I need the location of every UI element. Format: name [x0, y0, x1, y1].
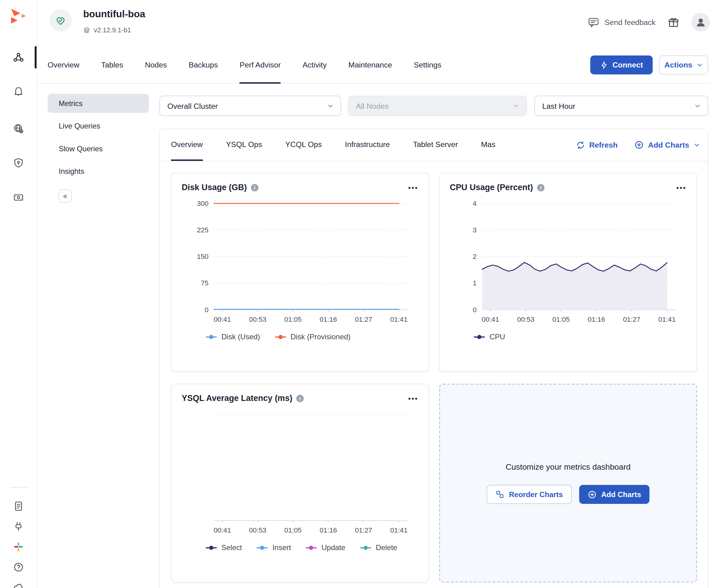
legend-label: Disk (Used): [221, 333, 260, 341]
info-icon[interactable]: i: [537, 184, 545, 191]
tab-settings[interactable]: Settings: [414, 46, 441, 84]
cluster-health-icon: [50, 9, 72, 31]
svg-text:00:53: 00:53: [249, 526, 266, 534]
cluster-scope-value: Overall Cluster: [167, 101, 218, 110]
metrics-tab-ycql-ops[interactable]: YCQL Ops: [285, 129, 322, 161]
metrics-tab-overview[interactable]: Overview: [171, 129, 203, 161]
add-charts-label: Add Charts: [648, 141, 689, 149]
metrics-controls: Refresh Add Charts: [566, 129, 708, 161]
svg-text:0: 0: [473, 306, 477, 314]
yugabyte-logo[interactable]: [8, 6, 29, 27]
disk-usage-legend: Disk (Used)Disk (Provisioned): [182, 333, 419, 341]
metrics-tab-ysql-ops[interactable]: YSQL Ops: [226, 129, 262, 161]
legend-item[interactable]: Update: [306, 544, 345, 552]
legend-item[interactable]: Insert: [257, 544, 291, 552]
send-feedback-label: Send feedback: [605, 18, 656, 27]
add-charts-panel-label: Add Charts: [601, 490, 641, 499]
tab-backups[interactable]: Backups: [189, 46, 218, 84]
legend-marker-icon: [206, 334, 217, 340]
legend-marker-icon: [360, 545, 371, 551]
svg-text:2: 2: [473, 253, 477, 260]
info-icon[interactable]: i: [297, 395, 304, 402]
customize-dashboard-panel: Customize your metrics dashboard Reorder…: [439, 384, 697, 583]
svg-text:01:16: 01:16: [588, 315, 605, 323]
tab-activity[interactable]: Activity: [303, 46, 327, 84]
svg-text:01:41: 01:41: [658, 315, 676, 323]
legend-label: Select: [221, 544, 242, 552]
disk-usage-chart-card: Disk Usage (GB) i ••• 30022515075000:410…: [171, 173, 429, 372]
add-charts-panel-button[interactable]: Add Charts: [579, 485, 649, 504]
tab-perf-advisor[interactable]: Perf Advisor: [240, 46, 281, 84]
tab-maintenance[interactable]: Maintenance: [349, 46, 392, 84]
svg-text:00:41: 00:41: [482, 315, 499, 323]
legend-item[interactable]: Disk (Used): [206, 333, 260, 341]
metrics-sidebar: Metrics Live Queries Slow Queries Insigh…: [48, 94, 149, 185]
header-actions: Send feedback: [587, 13, 710, 31]
actions-label: Actions: [664, 61, 692, 70]
billing-icon[interactable]: [13, 192, 24, 203]
integrations-plug-icon[interactable]: [13, 521, 24, 532]
chevron-down-icon: [694, 102, 701, 110]
alerts-bell-icon[interactable]: [13, 86, 24, 97]
time-range-select[interactable]: Last Hour: [534, 96, 708, 116]
tab-overview[interactable]: Overview: [48, 46, 79, 84]
sidebar-collapse-button[interactable]: «: [59, 190, 72, 203]
icon-rail: [0, 0, 37, 588]
add-charts-button[interactable]: Add Charts: [634, 140, 700, 150]
legend-marker-icon: [206, 545, 217, 551]
chevron-down-icon: [513, 102, 520, 110]
send-feedback-button[interactable]: Send feedback: [587, 16, 656, 28]
network-settings-icon[interactable]: [13, 123, 24, 134]
svg-text:1: 1: [473, 279, 477, 287]
svg-text:00:53: 00:53: [249, 315, 266, 323]
legend-item[interactable]: Delete: [360, 544, 397, 552]
metrics-tab-tablet-server[interactable]: Tablet Server: [413, 129, 458, 161]
svg-text:01:05: 01:05: [284, 315, 302, 323]
security-shield-icon[interactable]: [13, 157, 24, 168]
info-icon[interactable]: i: [251, 184, 259, 191]
gift-icon[interactable]: [667, 16, 680, 28]
user-avatar[interactable]: [691, 13, 710, 31]
connect-button[interactable]: Connect: [590, 55, 653, 75]
chevron-down-icon: [693, 141, 701, 148]
metrics-tab-infrastructure[interactable]: Infrastructure: [345, 129, 390, 161]
rail-divider: [10, 487, 27, 488]
tab-nodes[interactable]: Nodes: [145, 46, 167, 84]
clusters-icon[interactable]: [13, 52, 24, 63]
legend-marker-icon: [306, 545, 317, 551]
slack-icon[interactable]: [13, 541, 24, 552]
sidebar-item-slow-queries[interactable]: Slow Queries: [48, 139, 149, 158]
metrics-tab-master-truncated[interactable]: Mas: [481, 129, 496, 161]
svg-text:01:05: 01:05: [284, 526, 302, 534]
chevron-down-icon: [696, 62, 703, 69]
legend-marker-icon: [474, 334, 485, 340]
cloud-status-icon[interactable]: [13, 582, 24, 588]
chart-options-button[interactable]: •••: [408, 184, 419, 192]
reorder-charts-button[interactable]: Reorder Charts: [487, 485, 572, 504]
sidebar-item-insights[interactable]: Insights: [48, 162, 149, 181]
connect-label: Connect: [613, 61, 643, 70]
plus-circle-icon: [587, 490, 597, 499]
docs-icon[interactable]: [13, 501, 24, 512]
refresh-button[interactable]: Refresh: [576, 140, 618, 149]
page-header: bountiful-boa v2.12.9.1-b1 Send feedback: [37, 0, 710, 46]
sidebar-item-live-queries[interactable]: Live Queries: [48, 117, 149, 136]
legend-item[interactable]: Disk (Provisioned): [275, 333, 351, 341]
sidebar-item-metrics[interactable]: Metrics: [48, 94, 149, 113]
chevron-down-icon: [327, 102, 334, 110]
help-icon[interactable]: [13, 562, 24, 573]
legend-item[interactable]: CPU: [474, 333, 505, 341]
svg-text:01:16: 01:16: [320, 526, 337, 534]
chart-options-button[interactable]: •••: [677, 184, 687, 192]
legend-item[interactable]: Select: [206, 544, 242, 552]
actions-button[interactable]: Actions: [659, 55, 708, 75]
metrics-tabbar: Overview YSQL Ops YCQL Ops Infrastructur…: [160, 129, 708, 162]
refresh-label: Refresh: [589, 141, 618, 149]
cluster-scope-select[interactable]: Overall Cluster: [160, 96, 341, 116]
tab-tables[interactable]: Tables: [101, 46, 123, 84]
legend-label: CPU: [490, 333, 505, 341]
legend-label: Insert: [273, 544, 291, 552]
chart-options-button[interactable]: •••: [408, 395, 419, 402]
chart-title: YSQL Average Latency (ms): [182, 394, 292, 403]
legend-label: Update: [322, 544, 345, 552]
